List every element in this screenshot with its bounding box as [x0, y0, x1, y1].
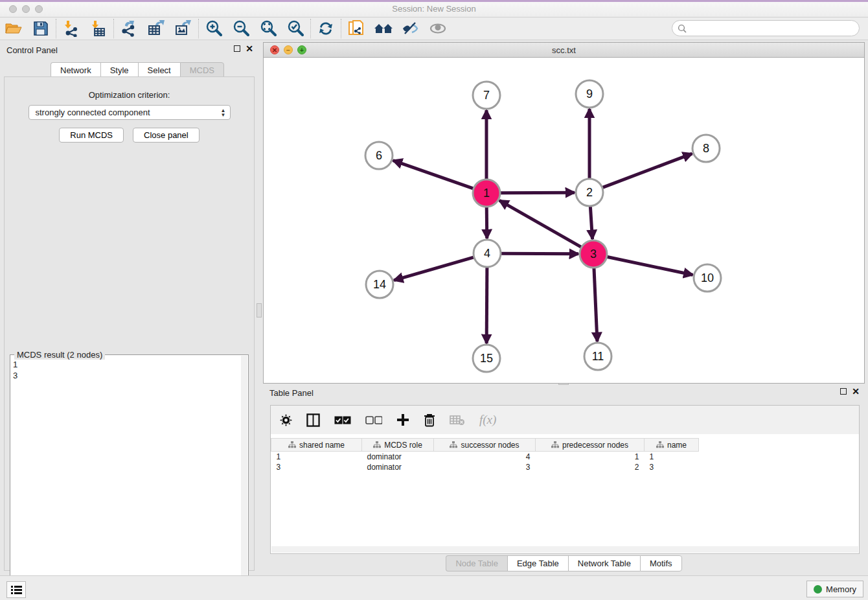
table-cell[interactable]: 3	[434, 462, 536, 472]
graph-edge-2-3[interactable]	[590, 206, 592, 239]
import-network-button[interactable]	[58, 18, 85, 39]
table-select-all-button[interactable]	[334, 416, 351, 424]
gear-icon	[280, 414, 292, 426]
vertical-splitter-handle[interactable]	[257, 303, 262, 317]
table-deselect-all-button[interactable]	[365, 416, 382, 424]
import-table-button[interactable]	[85, 18, 112, 39]
network-canvas[interactable]: 7968124314101511	[264, 58, 864, 383]
plus-icon	[396, 413, 409, 426]
mcds-result-box: MCDS result (2 nodes) 1 3	[10, 354, 249, 595]
tab-node-table[interactable]: Node Table	[446, 555, 507, 571]
table-cell[interactable]: dominator	[362, 462, 434, 472]
zoom-selected-icon	[287, 20, 304, 37]
graph-node-label-2: 2	[586, 186, 593, 199]
clone-network-button[interactable]	[343, 18, 370, 39]
table-cell[interactable]: 3	[645, 462, 699, 472]
graph-edge-1-6[interactable]	[393, 161, 474, 189]
table-cell[interactable]: 3	[271, 462, 362, 472]
float-table-panel-icon[interactable]	[840, 388, 847, 395]
show-all-button[interactable]	[424, 18, 451, 39]
table-row[interactable]: 3dominator323	[271, 462, 860, 472]
graph-edge-2-8[interactable]	[602, 154, 692, 187]
zoom-in-icon	[205, 20, 222, 37]
tab-network-table[interactable]: Network Table	[568, 555, 640, 571]
zoom-in-button[interactable]	[200, 18, 227, 39]
graph-edge-3-10[interactable]	[607, 257, 693, 275]
refresh-button[interactable]	[312, 18, 339, 39]
deselect-all-icon	[365, 416, 382, 424]
close-table-panel-icon[interactable]: ✕	[852, 388, 860, 395]
graph-edge-1-2[interactable]	[500, 192, 575, 193]
window-title: Session: New Session	[0, 4, 868, 14]
table-cell[interactable]: dominator	[362, 452, 434, 462]
graph-edge-4-3[interactable]	[501, 253, 578, 254]
column-label: MCDS role	[384, 441, 422, 450]
delete-table-icon	[450, 414, 465, 426]
table-add-row-button[interactable]	[396, 413, 409, 426]
mcds-result-title: MCDS result (2 nodes)	[14, 350, 105, 360]
table-delete-table-button[interactable]	[450, 414, 465, 426]
graph-edge-3-1[interactable]	[499, 200, 582, 247]
zoom-out-icon	[233, 20, 249, 37]
table-hscrollbar[interactable]	[271, 546, 858, 553]
search-input[interactable]	[687, 23, 859, 33]
table-cell[interactable]: 1	[271, 452, 362, 462]
task-history-button[interactable]	[6, 581, 26, 598]
import-network-icon	[63, 20, 80, 37]
toolbar-separator	[310, 19, 311, 38]
table-cell[interactable]: 1	[536, 452, 645, 462]
graph-edge-4-15[interactable]	[486, 267, 487, 343]
search-field[interactable]	[672, 20, 860, 36]
close-panel-button[interactable]: Close panel	[133, 128, 200, 143]
memory-button[interactable]: Memory	[806, 581, 863, 597]
float-panel-icon[interactable]	[234, 45, 240, 52]
table-panel-title: Table Panel	[269, 388, 314, 398]
table-row[interactable]: 1dominator411	[271, 452, 860, 462]
graph-edge-1-4[interactable]	[486, 207, 487, 238]
graph-node-label-14: 14	[373, 278, 386, 291]
export-network-button[interactable]	[115, 18, 143, 39]
hide-selected-button[interactable]	[397, 18, 424, 39]
node-table-container: f(x) shared nameMCDS rolesuccessor nodes…	[270, 405, 860, 554]
zoom-selected-button[interactable]	[282, 18, 309, 39]
table-toolbar: f(x)	[271, 406, 859, 434]
result-scrollbar[interactable]	[241, 356, 247, 594]
column-header-shared-name[interactable]: shared name	[271, 439, 362, 452]
columns-icon	[306, 413, 320, 427]
column-header-MCDS-role[interactable]: MCDS role	[362, 439, 434, 452]
column-tree-icon	[288, 441, 296, 448]
table-function-button[interactable]: f(x)	[479, 413, 496, 427]
export-image-icon	[174, 20, 192, 37]
graph-edge-3-11[interactable]	[594, 268, 597, 341]
toolbar-separator	[341, 19, 341, 38]
list-icon	[11, 585, 22, 595]
open-file-button[interactable]	[0, 18, 27, 39]
table-cell-filler	[699, 452, 860, 462]
table-settings-button[interactable]	[280, 414, 292, 426]
tab-edge-table[interactable]: Edge Table	[507, 555, 568, 571]
mcds-result-text[interactable]: 1 3	[13, 359, 239, 592]
save-session-button[interactable]	[27, 18, 54, 39]
export-image-button[interactable]	[170, 18, 197, 39]
graph-node-label-15: 15	[480, 352, 493, 365]
tab-motifs[interactable]: Motifs	[640, 555, 682, 571]
column-header-predecessor-nodes[interactable]: predecessor nodes	[536, 439, 645, 452]
column-header-successor-nodes[interactable]: successor nodes	[434, 439, 536, 452]
graph-node-label-11: 11	[592, 350, 604, 363]
column-header-name[interactable]: name	[645, 439, 699, 452]
table-cell[interactable]: 1	[645, 452, 699, 462]
first-neighbors-button[interactable]	[370, 18, 397, 39]
table-cell[interactable]: 2	[536, 462, 645, 472]
close-panel-icon[interactable]: ✕	[246, 45, 253, 52]
run-mcds-button[interactable]: Run MCDS	[59, 128, 124, 143]
graph-edge-4-14[interactable]	[394, 257, 474, 281]
export-table-button[interactable]	[143, 18, 170, 39]
table-delete-row-button[interactable]	[424, 413, 435, 427]
refresh-icon	[317, 20, 334, 37]
graph-node-label-9: 9	[586, 87, 593, 100]
optimization-select[interactable]: strongly connected component ▲▼	[29, 105, 231, 120]
zoom-out-button[interactable]	[227, 18, 255, 39]
table-cell[interactable]: 4	[434, 452, 536, 462]
table-columns-button[interactable]	[306, 413, 320, 427]
zoom-fit-button[interactable]	[255, 18, 282, 39]
